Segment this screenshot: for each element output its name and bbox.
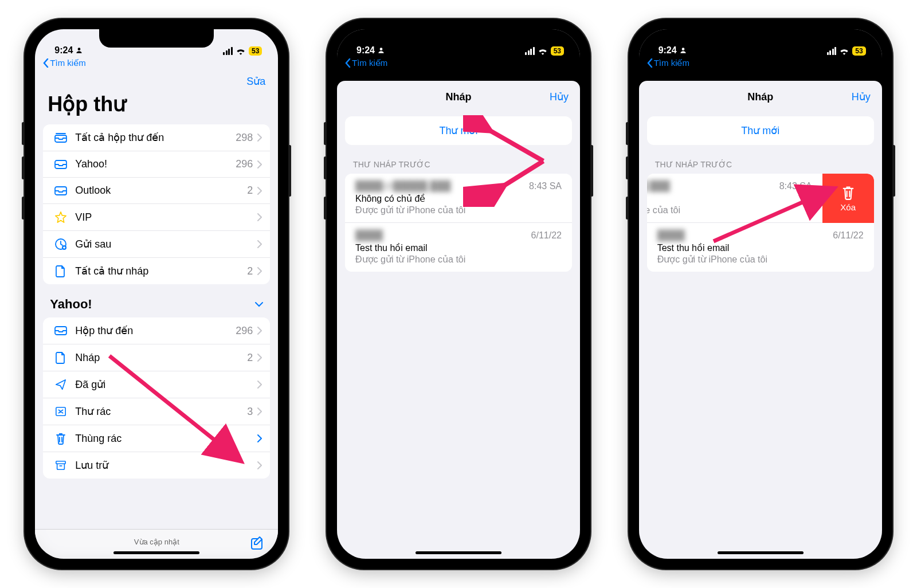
sheet-nav: Nháp Hủy <box>639 81 882 113</box>
battery-indicator: 53 <box>852 46 865 56</box>
chevron-right-icon <box>257 434 262 442</box>
draft-item-swiped[interactable]: @██████.███ 8:43 SA có chủ đề gửi từ iPh… <box>647 174 822 223</box>
tray-all-icon <box>52 132 69 143</box>
person-icon <box>75 46 83 54</box>
signal-icon <box>525 47 535 55</box>
chevron-right-icon <box>257 240 262 248</box>
drafts-list: ████@█████.███ 8:43 SA Không có chủ đề Đ… <box>345 174 572 272</box>
draft-preview: gửi từ iPhone của tôi <box>647 205 812 215</box>
chevron-right-icon <box>257 160 262 168</box>
wifi-icon <box>236 47 246 55</box>
draft-item[interactable]: ████ 6/11/22 Test thu hồi email Được gửi… <box>647 223 874 272</box>
cancel-button[interactable]: Hủy <box>550 91 569 103</box>
notch <box>703 29 818 48</box>
new-message-button[interactable]: Thư mới <box>345 116 572 145</box>
draft-from: ████ <box>657 230 685 241</box>
screen-1: 9:24 53 Tìm kiếm Sửa Hộp thư Tất cả hộp … <box>35 29 278 559</box>
person-icon <box>377 46 385 54</box>
chevron-right-icon <box>257 407 262 415</box>
chevron-right-icon <box>257 381 262 389</box>
notch <box>99 29 214 48</box>
sheet-title: Nháp <box>445 91 471 103</box>
mailbox-all-drafts[interactable]: Tất cả thư nháp 2 <box>43 258 270 284</box>
account-section-header[interactable]: Yahoo! <box>35 297 278 317</box>
notch <box>401 29 516 48</box>
account-inbox[interactable]: Hộp thư đến 296 <box>43 317 270 344</box>
chevron-right-icon <box>257 213 262 221</box>
wifi-icon <box>839 47 849 55</box>
draft-from: ████ <box>355 230 383 241</box>
mailbox-all-inboxes[interactable]: Tất cả hộp thư đến 298 <box>43 124 270 151</box>
draft-time: 8:43 SA <box>779 181 812 191</box>
draft-preview: Được gửi từ iPhone của tôi <box>355 205 562 215</box>
account-trash[interactable]: Thùng rác <box>43 425 270 452</box>
account-junk[interactable]: Thư rác 3 <box>43 398 270 425</box>
mailbox-send-later[interactable]: Gửi sau <box>43 231 270 258</box>
person-icon <box>679 46 687 54</box>
chevron-right-icon <box>257 354 262 362</box>
svg-point-0 <box>78 48 81 50</box>
battery-indicator: 53 <box>551 46 564 56</box>
page-title: Hộp thư <box>35 91 278 124</box>
sheet-title: Nháp <box>747 91 773 103</box>
status-time: 9:24 <box>54 45 73 56</box>
new-message-button[interactable]: Thư mới <box>647 116 874 145</box>
trash-icon <box>841 185 855 200</box>
drafts-list: @██████.███ 8:43 SA có chủ đề gửi từ iPh… <box>647 174 874 272</box>
phone-frame-1: 9:24 53 Tìm kiếm Sửa Hộp thư Tất cả hộp … <box>25 19 288 569</box>
cancel-button[interactable]: Hủy <box>852 91 871 103</box>
back-search-link[interactable]: Tìm kiếm <box>639 57 882 72</box>
svg-rect-1 <box>55 135 66 142</box>
screen-3: 9:24 53 Tìm kiếm Nháp Hủy Thư mới THƯ NH… <box>639 29 882 559</box>
tray-icon <box>52 186 69 196</box>
sheet-nav: Nháp Hủy <box>337 81 580 113</box>
send-icon <box>52 378 69 391</box>
mailbox-outlook[interactable]: Outlook 2 <box>43 178 270 204</box>
clock-send-icon <box>52 238 69 250</box>
draft-subject: Không có chủ đề <box>355 193 562 204</box>
home-indicator <box>718 551 804 554</box>
tray-icon <box>52 326 69 336</box>
account-archive[interactable]: Lưu trữ <box>43 452 270 479</box>
mailbox-yahoo[interactable]: Yahoo! 296 <box>43 151 270 178</box>
mailbox-list-account: Hộp thư đến 296 Nháp 2 Đã gửi <box>43 317 270 479</box>
tray-icon <box>52 159 69 170</box>
edit-button[interactable]: Sửa <box>246 75 265 88</box>
mailbox-vip[interactable]: VIP <box>43 204 270 231</box>
draft-preview: Được gửi từ iPhone của tôi <box>657 254 864 265</box>
back-search-link[interactable]: Tìm kiếm <box>35 57 278 72</box>
signal-icon <box>827 47 837 55</box>
drafts-sheet: Nháp Hủy Thư mới THƯ NHÁP TRƯỚC ████@███… <box>337 81 580 559</box>
junk-icon <box>52 406 69 417</box>
chevron-right-icon <box>257 134 262 142</box>
draft-item[interactable]: ████ 6/11/22 Test thu hồi email Được gửi… <box>345 223 572 272</box>
chevron-right-icon <box>257 327 262 335</box>
home-indicator <box>416 551 501 554</box>
back-search-link[interactable]: Tìm kiếm <box>337 57 580 72</box>
screen-2: 9:24 53 Tìm kiếm Nháp Hủy Thư mới THƯ NH… <box>337 29 580 559</box>
svg-point-11 <box>380 48 383 50</box>
draft-item[interactable]: ████@█████.███ 8:43 SA Không có chủ đề Đ… <box>345 174 572 223</box>
status-time: 9:24 <box>356 45 375 56</box>
phone-frame-3: 9:24 53 Tìm kiếm Nháp Hủy Thư mới THƯ NH… <box>629 19 892 569</box>
draft-subject: Test thu hồi email <box>355 242 562 253</box>
account-sent[interactable]: Đã gửi <box>43 371 270 398</box>
section-label: THƯ NHÁP TRƯỚC <box>639 155 882 174</box>
wifi-icon <box>538 47 548 55</box>
compose-button[interactable] <box>249 535 265 551</box>
mailboxes-content: Sửa Hộp thư Tất cả hộp thư đến 298 Yahoo… <box>35 72 278 559</box>
section-label: THƯ NHÁP TRƯỚC <box>337 155 580 174</box>
draft-time: 6/11/22 <box>531 230 562 241</box>
draft-time: 8:43 SA <box>529 181 562 191</box>
swipe-delete-button[interactable]: Xóa <box>822 174 874 223</box>
chevron-right-icon <box>257 187 262 195</box>
chevron-down-icon <box>255 302 263 307</box>
draft-subject: Test thu hồi email <box>657 242 864 253</box>
sync-status: Vừa cập nhật <box>134 538 179 546</box>
trash-icon <box>52 432 69 445</box>
draft-from: ████@█████.███ <box>355 181 451 192</box>
chevron-right-icon <box>257 267 262 275</box>
account-drafts[interactable]: Nháp 2 <box>43 344 270 371</box>
archive-icon <box>52 460 69 471</box>
svg-point-14 <box>681 48 684 50</box>
